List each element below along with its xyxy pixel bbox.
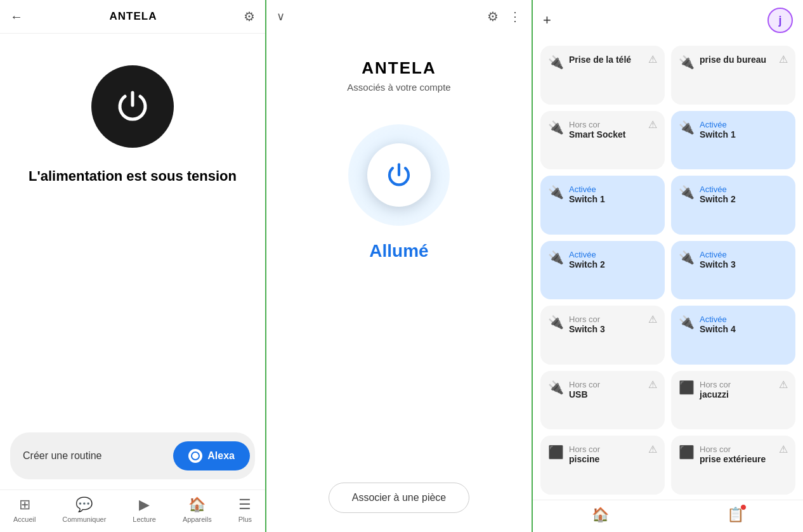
device-card-row: 🔌 Hors cor Switch 3 [548, 315, 657, 334]
square-device-icon: ⬛ [548, 444, 564, 460]
routine-bar: Créer une routine Alexa [10, 432, 255, 479]
device-status-label: Activée [569, 250, 605, 259]
nav-item-appareils[interactable]: 🏠 Appareils [183, 496, 212, 523]
list-item[interactable]: 🔌 Activée Switch 1 [540, 176, 665, 235]
device-status-label: Hors cor [569, 120, 625, 129]
routine-label: Créer une routine [23, 450, 102, 462]
device-card-row: 🔌 Activée Switch 3 [679, 250, 788, 269]
list-item[interactable]: 🔌 Activée Switch 2 [540, 241, 665, 300]
device-info: Activée Switch 3 [700, 250, 736, 269]
panel2-footer: Associer à une pièce [266, 470, 532, 532]
alexa-button[interactable]: Alexa [173, 441, 250, 470]
warning-icon: ⚠ [779, 443, 788, 455]
device-status-label: Activée [700, 250, 736, 259]
chevron-down-icon[interactable]: ∨ [277, 10, 285, 23]
socket-active-icon: 🔌 [679, 120, 695, 135]
list-item[interactable]: 🔌 Activée Switch 2 [671, 176, 795, 235]
nav-lecture-label: Lecture [133, 516, 156, 523]
list-item[interactable]: 🔌 Prise de la télé ⚠ [540, 46, 665, 105]
play-nav-icon: ▶ [139, 496, 150, 513]
device-name: prise du bureau [700, 55, 766, 65]
socket-active-icon: 🔌 [548, 185, 564, 200]
avatar[interactable]: j [767, 8, 793, 33]
square-device-icon: ⬛ [679, 444, 695, 460]
warning-icon: ⚠ [648, 443, 657, 455]
panel-device-control: ∨ ⚙ ⋮ ANTELA Associés à votre compte All… [266, 0, 533, 532]
nav-appareils-label: Appareils [183, 516, 212, 523]
device-status-label: Hors cor [569, 315, 605, 324]
home-nav-button[interactable]: 🏠 [592, 507, 609, 523]
panel1-header: ← ANTELA ⚙ [0, 0, 265, 34]
device-info: Hors cor Switch 3 [569, 315, 605, 334]
device-info: Activée Switch 4 [700, 315, 736, 334]
device-card-row: 🔌 Prise de la télé [548, 55, 657, 70]
panel-device-list: + j 🔌 Prise de la télé ⚠ 🔌 prise du bure… [533, 0, 803, 532]
list-item[interactable]: 🔌 Hors cor Smart Socket ⚠ [540, 111, 665, 170]
panel2-subtitle: Associés à votre compte [347, 82, 450, 93]
device-name: Switch 3 [569, 324, 605, 334]
list-item[interactable]: 🔌 prise du bureau ⚠ [671, 46, 795, 105]
settings-icon[interactable]: ⚙ [244, 9, 255, 24]
list-item[interactable]: ⬛ Hors cor prise extérieure ⚠ [671, 436, 795, 495]
power-glow-container [348, 124, 450, 226]
list-item[interactable]: 🔌 Activée Switch 1 [671, 111, 795, 170]
alexa-icon [188, 449, 202, 463]
add-device-button[interactable]: + [543, 12, 551, 29]
socket-icon: 🔌 [548, 55, 564, 70]
socket-active-icon: 🔌 [679, 185, 695, 200]
panel2-title: ANTELA [362, 58, 436, 78]
power-button[interactable] [91, 65, 174, 148]
alexa-inner-circle [191, 451, 200, 460]
device-card-row: 🔌 prise du bureau [679, 55, 788, 70]
list-item[interactable]: ⬛ Hors cor piscine ⚠ [540, 436, 665, 495]
device-name: Switch 1 [700, 129, 736, 139]
warning-icon: ⚠ [648, 313, 657, 325]
device-info: Activée Switch 2 [700, 185, 736, 204]
device-status-label: Activée [569, 185, 605, 194]
power-icon [114, 88, 152, 126]
panel2-settings-icon[interactable]: ⚙ [487, 9, 499, 24]
warning-icon: ⚠ [779, 379, 788, 391]
warning-icon: ⚠ [648, 53, 657, 65]
power-control-button[interactable] [367, 143, 431, 207]
device-info: Hors cor USB [569, 380, 600, 399]
power-status: L'alimentation est sous tension [16, 168, 249, 185]
device-card-row: 🔌 Hors cor USB [548, 380, 657, 399]
socket-icon: 🔌 [679, 55, 695, 70]
device-info: Activée Switch 1 [700, 120, 736, 139]
device-status-label: Hors cor [700, 444, 766, 454]
list-item[interactable]: 🔌 Hors cor USB ⚠ [540, 371, 665, 430]
device-name: USB [569, 389, 600, 399]
list-item[interactable]: 🔌 Hors cor Switch 3 ⚠ [540, 306, 665, 365]
device-name: Prise de la télé [569, 55, 631, 65]
list-item[interactable]: 🔌 Activée Switch 3 [671, 241, 795, 300]
nav-item-communiquer[interactable]: 💬 Communiquer [62, 496, 106, 523]
nav-item-plus[interactable]: ☰ Plus [238, 496, 252, 523]
alexa-label: Alexa [207, 450, 235, 462]
panel-device-detail: ← ANTELA ⚙ L'alimentation est sous tensi… [0, 0, 266, 532]
panel1-bottom: Créer une routine Alexa [0, 422, 265, 490]
list-item[interactable]: ⬛ Hors cor jacuzzi ⚠ [671, 371, 795, 430]
list-item[interactable]: 🔌 Activée Switch 4 [671, 306, 795, 365]
nav-item-lecture[interactable]: ▶ Lecture [133, 496, 156, 523]
nav-plus-label: Plus [238, 516, 252, 523]
associate-room-button[interactable]: Associer à une pièce [329, 483, 470, 513]
device-status-label: Activée [700, 315, 736, 324]
more-nav-icon: ☰ [238, 496, 251, 513]
device-card-row: 🔌 Activée Switch 4 [679, 315, 788, 334]
device-status-label: Activée [700, 120, 736, 129]
more-options-icon[interactable]: ⋮ [509, 9, 521, 24]
device-info: Activée Switch 2 [569, 250, 605, 269]
device-card-row: ⬛ Hors cor jacuzzi [679, 380, 788, 399]
panel1-content: L'alimentation est sous tension [0, 34, 265, 422]
device-info: prise du bureau [700, 55, 766, 65]
device-name: Smart Socket [569, 129, 625, 139]
warning-icon: ⚠ [648, 119, 657, 131]
nav-item-accueil[interactable]: ⊞ Accueil [13, 496, 36, 523]
notifications-nav-button[interactable]: 📋 [727, 507, 744, 523]
device-card-row: 🔌 Activée Switch 1 [548, 185, 657, 204]
back-icon[interactable]: ← [10, 10, 23, 24]
device-name: jacuzzi [700, 389, 731, 399]
panel1-title: ANTELA [110, 10, 157, 23]
nav-communiquer-label: Communiquer [62, 516, 106, 523]
